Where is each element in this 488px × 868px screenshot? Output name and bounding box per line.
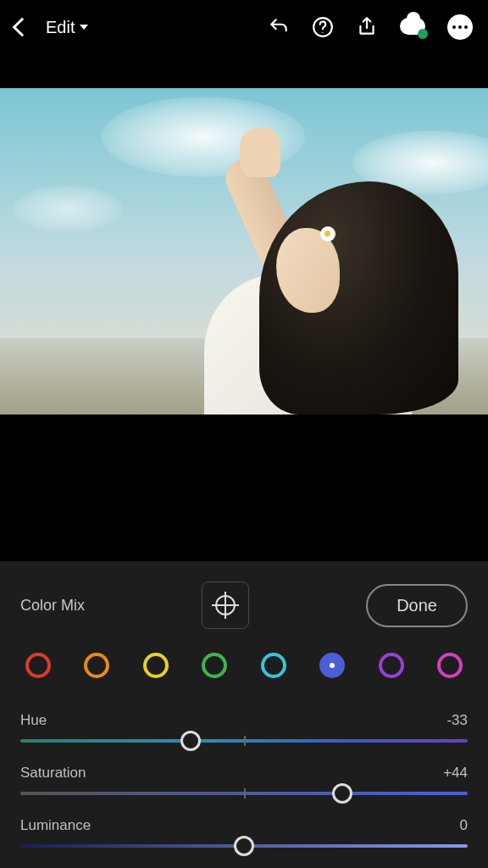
saturation-label: Saturation: [20, 765, 86, 782]
swatch-purple[interactable]: [379, 653, 404, 678]
edit-label: Edit: [46, 18, 75, 37]
crosshair-icon: [215, 595, 236, 615]
saturation-slider[interactable]: [20, 792, 468, 795]
swatch-magenta[interactable]: [437, 653, 463, 678]
swatch-blue[interactable]: [319, 653, 345, 678]
hue-thumb[interactable]: [180, 731, 201, 751]
saturation-value: +44: [443, 765, 468, 782]
panel-title: Color Mix: [20, 597, 85, 615]
color-picker-button[interactable]: [202, 581, 249, 629]
luminance-label: Luminance: [20, 817, 91, 834]
panel-header: Color Mix Done: [20, 581, 468, 629]
swatch-aqua[interactable]: [261, 653, 286, 678]
image-preview[interactable]: [0, 88, 488, 415]
swatch-orange[interactable]: [84, 653, 109, 678]
cloud-sync-icon[interactable]: [400, 18, 425, 36]
chevron-down-icon: [80, 25, 88, 30]
color-swatches: [20, 653, 468, 678]
hue-value: -33: [446, 712, 468, 729]
swatch-red[interactable]: [25, 653, 51, 678]
back-icon[interactable]: [13, 18, 32, 37]
luminance-slider-group: Luminance 0: [20, 817, 468, 848]
swatch-yellow[interactable]: [143, 653, 169, 678]
done-button[interactable]: Done: [366, 584, 468, 627]
toolbar-left: Edit: [15, 18, 88, 37]
luminance-value: 0: [460, 817, 468, 834]
edit-dropdown[interactable]: Edit: [46, 18, 88, 37]
top-toolbar: Edit: [0, 0, 488, 54]
hue-slider[interactable]: [20, 739, 468, 743]
hue-label: Hue: [20, 712, 47, 729]
saturation-slider-group: Saturation +44: [20, 765, 468, 795]
swatch-green[interactable]: [202, 653, 227, 678]
help-icon[interactable]: [312, 16, 334, 38]
luminance-thumb[interactable]: [234, 836, 254, 856]
toolbar-right: [268, 14, 473, 40]
svg-point-1: [322, 32, 323, 33]
saturation-thumb[interactable]: [332, 783, 352, 804]
hue-slider-group: Hue -33: [20, 712, 468, 743]
luminance-slider[interactable]: [20, 844, 468, 848]
more-icon[interactable]: [447, 14, 473, 40]
color-mix-panel: Color Mix Done Hue -33 Saturation +4: [0, 561, 488, 868]
undo-icon[interactable]: [268, 16, 290, 38]
share-icon[interactable]: [356, 16, 378, 38]
